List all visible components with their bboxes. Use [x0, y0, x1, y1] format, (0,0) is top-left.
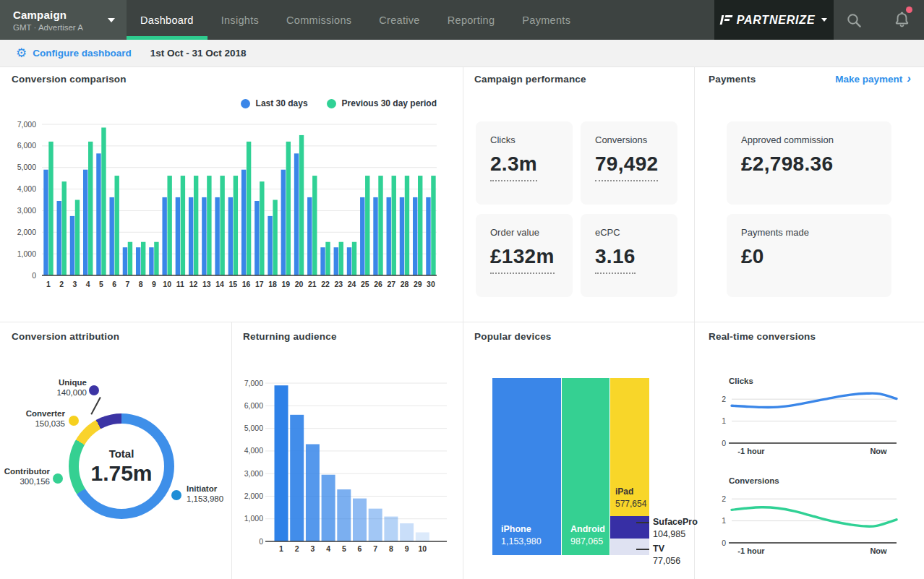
conversion-comparison-chart: 7,0006,0005,0004,0003,0002,0001,00001234…: [0, 108, 463, 300]
metric-tile-approved-commission[interactable]: Approved commission£2,798.36: [727, 121, 891, 205]
tab-commissions[interactable]: Commissions: [273, 0, 365, 40]
metric-tile-order-value[interactable]: Order value£132m: [476, 214, 573, 297]
svg-text:3,000: 3,000: [17, 206, 36, 215]
svg-text:9: 9: [405, 544, 409, 553]
divider: [463, 67, 463, 322]
svg-text:3: 3: [310, 544, 315, 553]
svg-text:4: 4: [86, 280, 90, 288]
realtime-conversions-chart: Clicks210-1 hourNowConversions210-1 hour…: [694, 369, 924, 578]
gear-icon: ⚙: [16, 47, 27, 59]
svg-text:2: 2: [722, 494, 726, 503]
segment-value: 300,156: [0, 477, 50, 487]
svg-text:0: 0: [722, 539, 726, 547]
metric-value: 2.3m: [490, 153, 537, 181]
svg-text:0: 0: [32, 271, 36, 280]
svg-text:29: 29: [414, 280, 422, 288]
svg-text:1,000: 1,000: [17, 249, 36, 258]
label-connector-line: [636, 549, 649, 550]
svg-text:5,000: 5,000: [17, 163, 36, 171]
svg-text:7,000: 7,000: [17, 120, 36, 129]
svg-text:2: 2: [722, 395, 726, 403]
segment-dot-icon: [89, 385, 99, 395]
metric-tile-ecpc[interactable]: eCPC3.16: [581, 214, 677, 297]
make-payment-link[interactable]: Make payment: [835, 74, 911, 85]
svg-text:1: 1: [722, 516, 726, 525]
returning-audience-chart: 7,0006,0005,0004,0003,0002,0001,00001234…: [231, 369, 463, 575]
svg-text:3,000: 3,000: [244, 469, 263, 478]
svg-text:1: 1: [46, 280, 51, 288]
attribution-label-unique: Unique140,000: [14, 378, 87, 398]
svg-text:6: 6: [358, 544, 362, 553]
svg-text:10: 10: [163, 280, 171, 288]
device-column-android: Android987,065: [562, 378, 609, 555]
device-block-tv: [610, 539, 649, 555]
legend-dot-icon: [327, 99, 336, 108]
configure-dashboard-link[interactable]: Configure dashboard: [33, 48, 132, 59]
campaign-label: Campaign: [13, 9, 83, 21]
comparison-legend: Last 30 daysPrevious 30 day period: [0, 98, 437, 108]
segment-value: 150,035: [0, 419, 65, 429]
segment-dot-icon: [69, 416, 79, 426]
card-title-campaign-performance: Campaign performance: [474, 74, 586, 85]
metric-label: Conversions: [595, 134, 677, 145]
device-label-tv: TV77,056: [653, 543, 680, 567]
svg-text:4,000: 4,000: [244, 446, 263, 455]
legend-item-last-30-days: Last 30 days: [241, 98, 308, 108]
segment-name: Converter: [0, 409, 65, 419]
svg-text:18: 18: [268, 280, 277, 288]
metric-value: £0: [741, 245, 764, 268]
device-label-android: Android987,065: [570, 523, 605, 548]
metric-value: 3.16: [595, 245, 636, 274]
campaign-subtitle: GMT · Advertiser A: [13, 23, 83, 32]
svg-text:2: 2: [59, 280, 64, 288]
svg-text:Conversions: Conversions: [729, 476, 779, 485]
metric-tile-conversions[interactable]: Conversions79,492: [581, 121, 677, 205]
notifications-button[interactable]: [892, 0, 912, 40]
device-label-sufacepro: SufacePro104,985: [653, 516, 698, 540]
svg-text:0: 0: [259, 537, 263, 546]
svg-text:19: 19: [281, 280, 290, 288]
metric-value: 79,492: [595, 153, 658, 181]
device-block-sufacepro: [610, 516, 649, 539]
segment-name: Unique: [14, 378, 87, 388]
svg-text:8: 8: [139, 280, 143, 288]
metric-label: eCPC: [595, 227, 677, 238]
metric-label: Approved commission: [741, 134, 891, 145]
tab-payments[interactable]: Payments: [508, 0, 584, 40]
svg-text:27: 27: [387, 280, 395, 288]
legend-label: Previous 30 day period: [342, 98, 437, 108]
campaign-selector[interactable]: Campaign GMT · Advertiser A: [0, 0, 127, 40]
attribution-label-contributor: Contributor300,156: [0, 467, 50, 486]
metric-tile-clicks[interactable]: Clicks2.3m: [476, 121, 573, 205]
svg-text:23: 23: [334, 280, 343, 288]
label-connector-line: [90, 397, 100, 415]
brand-logo[interactable]: PARTNERIZE: [714, 0, 834, 40]
card-title-conversion-comparison: Conversion comparison: [12, 74, 127, 85]
svg-text:5: 5: [99, 280, 103, 288]
device-block-android: Android987,065: [562, 378, 609, 555]
svg-text:5: 5: [342, 544, 346, 553]
svg-text:7,000: 7,000: [244, 379, 263, 387]
brand-name: PARTNERIZE: [737, 14, 816, 27]
tab-creative[interactable]: Creative: [365, 0, 433, 40]
date-range: 1st Oct - 31 Oct 2018: [150, 48, 247, 59]
tab-dashboard[interactable]: Dashboard: [127, 0, 208, 40]
bell-icon: [892, 10, 912, 30]
svg-text:6,000: 6,000: [244, 401, 263, 410]
partnerize-dashboard: Campaign GMT · Advertiser A DashboardIns…: [0, 0, 924, 579]
svg-text:11: 11: [176, 280, 184, 288]
donut-total-value: 1.75m: [90, 461, 152, 486]
tab-insights[interactable]: Insights: [208, 0, 273, 40]
metric-tile-payments-made[interactable]: Payments made£0: [727, 214, 891, 297]
search-button[interactable]: [845, 0, 863, 40]
segment-dot-icon: [53, 473, 63, 484]
svg-text:8: 8: [389, 544, 393, 553]
svg-text:17: 17: [255, 280, 264, 288]
svg-text:7: 7: [373, 544, 377, 553]
svg-text:-1 hour: -1 hour: [737, 447, 765, 455]
notification-dot: [906, 7, 912, 13]
svg-text:1: 1: [279, 544, 283, 553]
svg-text:21: 21: [308, 280, 317, 288]
tab-reporting[interactable]: Reporting: [434, 0, 509, 40]
svg-text:9: 9: [152, 280, 156, 288]
